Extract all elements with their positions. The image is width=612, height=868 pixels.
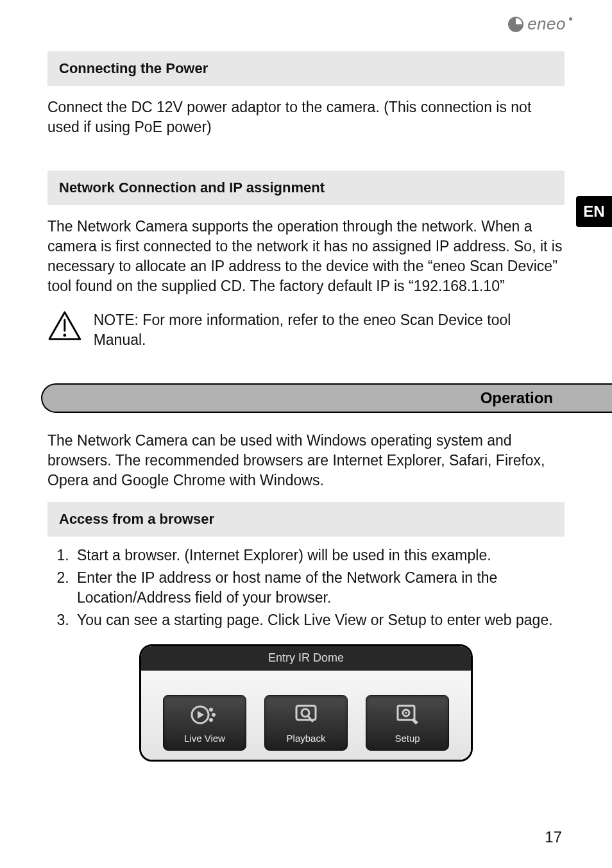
gear-icon	[393, 702, 422, 728]
section-title-power: Connecting the Power	[47, 51, 565, 86]
live-view-label: Live View	[184, 733, 225, 744]
brand-logo: eneo	[507, 14, 572, 34]
list-item: You can see a starting page. Click Live …	[73, 610, 565, 630]
live-view-button[interactable]: Live View	[163, 695, 246, 751]
play-icon	[190, 702, 219, 728]
note-text: NOTE: For more information, refer to the…	[94, 310, 565, 350]
page-number: 17	[545, 828, 562, 846]
svg-rect-9	[296, 706, 316, 720]
operation-content: The Network Camera can be used with Wind…	[47, 431, 565, 762]
logo-text: eneo	[527, 14, 566, 34]
svg-point-7	[212, 713, 216, 717]
playback-label: Playback	[287, 733, 326, 744]
network-body-text: The Network Camera supports the operatio…	[47, 217, 565, 296]
magnifier-icon	[291, 702, 321, 728]
operation-body-text: The Network Camera can be used with Wind…	[47, 431, 565, 490]
spacer	[47, 149, 565, 171]
section-title-power-text: Connecting the Power	[59, 60, 208, 76]
list-item: Start a browser. (Internet Explorer) wil…	[73, 546, 565, 565]
operation-bar: Operation	[41, 383, 612, 413]
svg-point-8	[209, 718, 213, 722]
steps-list: Start a browser. (Internet Explorer) wil…	[47, 546, 565, 630]
note-row: NOTE: For more information, refer to the…	[47, 310, 565, 350]
svg-point-6	[209, 708, 213, 712]
operation-title: Operation	[480, 389, 553, 407]
camera-ui-title: Entry IR Dome	[141, 646, 471, 671]
camera-ui-screenshot: Entry IR Dome Live View	[47, 644, 565, 762]
svg-point-3	[63, 334, 66, 337]
page: eneo EN Connecting the Power Connect the…	[0, 0, 612, 868]
playback-button[interactable]: Playback	[264, 695, 348, 751]
warning-icon	[47, 310, 82, 341]
svg-marker-5	[198, 711, 204, 719]
camera-ui-body: Live View Playback	[141, 671, 471, 760]
operation-bar-wrap: Operation	[41, 383, 612, 413]
section-title-network: Network Connection and IP assignment	[47, 171, 565, 205]
setup-label: Setup	[395, 733, 420, 744]
setup-button[interactable]: Setup	[366, 695, 449, 751]
language-tab: EN	[576, 196, 612, 227]
list-item: Enter the IP address or host name of the…	[73, 568, 565, 608]
logo-mark-icon	[507, 16, 524, 33]
logo-dot	[569, 17, 572, 21]
section-title-access: Access from a browser	[47, 502, 565, 537]
language-tab-label: EN	[583, 203, 604, 221]
camera-ui-window: Entry IR Dome Live View	[139, 644, 473, 762]
section-title-access-text: Access from a browser	[59, 511, 214, 527]
content: Connecting the Power Connect the DC 12V …	[47, 51, 565, 350]
section-title-network-text: Network Connection and IP assignment	[59, 179, 325, 196]
svg-point-14	[405, 712, 407, 714]
power-body-text: Connect the DC 12V power adaptor to the …	[47, 97, 565, 137]
